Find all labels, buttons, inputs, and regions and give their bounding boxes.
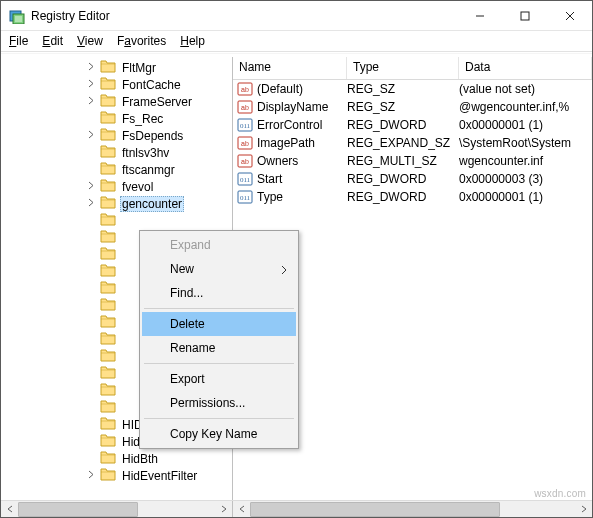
menu-item-find[interactable]: Find...: [142, 281, 296, 305]
menu-separator: [144, 418, 294, 419]
hscroll-left-track[interactable]: [1, 501, 233, 517]
tree-item[interactable]: FsDepends: [1, 127, 232, 144]
close-button[interactable]: [547, 1, 592, 30]
tree-item[interactable]: gencounter: [1, 195, 232, 212]
tree-item[interactable]: ftscanmgr: [1, 161, 232, 178]
value-name: ImagePath: [257, 136, 347, 150]
folder-icon: [100, 280, 120, 297]
value-data: 0x00000001 (1): [459, 190, 592, 204]
chevron-right-icon: [280, 264, 288, 278]
minimize-button[interactable]: [457, 1, 502, 30]
value-data: \SystemRoot\System: [459, 136, 592, 150]
list-row[interactable]: ab(Default)REG_SZ(value not set): [233, 80, 592, 98]
menu-view[interactable]: View: [77, 34, 103, 48]
folder-icon: [100, 314, 120, 331]
hscroll-thumb-right[interactable]: [250, 502, 500, 517]
window: Registry Editor FileEditViewFavoritesHel…: [0, 0, 593, 518]
hscroll-left-btn-l[interactable]: [1, 501, 18, 518]
menubar-separator: [1, 51, 592, 54]
menu-item-permissions[interactable]: Permissions...: [142, 391, 296, 415]
column-header-data[interactable]: Data: [459, 57, 592, 79]
tree-item[interactable]: FontCache: [1, 76, 232, 93]
tree-item[interactable]: [1, 212, 232, 229]
value-type: REG_SZ: [347, 82, 459, 96]
column-header-type[interactable]: Type: [347, 57, 459, 79]
expander-icon[interactable]: [86, 180, 97, 191]
menu-item-new[interactable]: New: [142, 257, 296, 281]
tree-item-label: HidBth: [120, 452, 160, 466]
folder-icon: [100, 127, 120, 144]
folder-icon: [100, 212, 120, 229]
folder-icon: [100, 144, 120, 161]
folder-icon: [100, 399, 120, 416]
folder-icon: [100, 246, 120, 263]
expander-icon[interactable]: [86, 197, 97, 208]
tree-item[interactable]: HidEventFilter: [1, 467, 232, 484]
tree-item[interactable]: FltMgr: [1, 59, 232, 76]
hscroll-left-btn-r[interactable]: [215, 501, 232, 518]
tree-item[interactable]: Fs_Rec: [1, 110, 232, 127]
folder-icon: [100, 263, 120, 280]
folder-icon: [100, 348, 120, 365]
list-row[interactable]: abImagePathREG_EXPAND_SZ\SystemRoot\Syst…: [233, 134, 592, 152]
tree-item-label: ftscanmgr: [120, 163, 177, 177]
value-type: REG_DWORD: [347, 190, 459, 204]
menu-help[interactable]: Help: [180, 34, 205, 48]
list-row[interactable]: abOwnersREG_MULTI_SZwgencounter.inf: [233, 152, 592, 170]
hscroll-thumb-left[interactable]: [18, 502, 138, 517]
menu-item-label: New: [170, 262, 194, 276]
svg-text:011: 011: [240, 122, 251, 130]
expander-icon[interactable]: [86, 78, 97, 89]
tree-item-label: ftnlsv3hv: [120, 146, 171, 160]
titlebar: Registry Editor: [1, 1, 592, 31]
menu-item-delete[interactable]: Delete: [142, 312, 296, 336]
list-row[interactable]: 011StartREG_DWORD0x00000003 (3): [233, 170, 592, 188]
expander-icon[interactable]: [86, 95, 97, 106]
expander-icon[interactable]: [86, 61, 97, 72]
menu-item-rename[interactable]: Rename: [142, 336, 296, 360]
menu-item-export[interactable]: Export: [142, 367, 296, 391]
menu-favorites[interactable]: Favorites: [117, 34, 166, 48]
tree-item-label: Fs_Rec: [120, 112, 165, 126]
string-value-icon: ab: [237, 81, 253, 97]
app-icon: [9, 8, 25, 24]
hscroll-right-track[interactable]: [233, 501, 592, 517]
maximize-button[interactable]: [502, 1, 547, 30]
folder-icon: [100, 59, 120, 76]
value-type: REG_DWORD: [347, 172, 459, 186]
value-data: wgencounter.inf: [459, 154, 592, 168]
value-type: REG_EXPAND_SZ: [347, 136, 459, 150]
menu-separator: [144, 363, 294, 364]
list-header: Name Type Data: [233, 57, 592, 80]
menu-file[interactable]: File: [9, 34, 28, 48]
menubar: FileEditViewFavoritesHelp: [1, 31, 592, 51]
menu-item-label: Rename: [170, 341, 215, 355]
tree-item-label: gencounter: [120, 196, 184, 212]
list-row[interactable]: 011TypeREG_DWORD0x00000001 (1): [233, 188, 592, 206]
column-header-name[interactable]: Name: [233, 57, 347, 79]
folder-icon: [100, 178, 120, 195]
folder-icon: [100, 416, 120, 433]
tree-item[interactable]: fvevol: [1, 178, 232, 195]
svg-rect-2: [15, 16, 22, 22]
folder-icon: [100, 450, 120, 467]
value-data: (value not set): [459, 82, 592, 96]
menu-edit[interactable]: Edit: [42, 34, 63, 48]
hscroll-right-btn-r[interactable]: [575, 501, 592, 518]
tree-item[interactable]: FrameServer: [1, 93, 232, 110]
folder-icon: [100, 365, 120, 382]
tree-item[interactable]: ftnlsv3hv: [1, 144, 232, 161]
menu-item-label: Find...: [170, 286, 203, 300]
menu-item-copy-key-name[interactable]: Copy Key Name: [142, 422, 296, 446]
expander-icon[interactable]: [86, 129, 97, 140]
tree-item-label: FsDepends: [120, 129, 185, 143]
value-type: REG_SZ: [347, 100, 459, 114]
menu-item-label: Expand: [170, 238, 211, 252]
tree-item[interactable]: HidBth: [1, 450, 232, 467]
list-row[interactable]: 011ErrorControlREG_DWORD0x00000001 (1): [233, 116, 592, 134]
list-row[interactable]: abDisplayNameREG_SZ@wgencounter.inf,%: [233, 98, 592, 116]
hscroll-right-btn-l[interactable]: [233, 501, 250, 518]
value-data: 0x00000003 (3): [459, 172, 592, 186]
expander-icon[interactable]: [86, 469, 97, 480]
watermark: wsxdn.com: [534, 488, 586, 499]
